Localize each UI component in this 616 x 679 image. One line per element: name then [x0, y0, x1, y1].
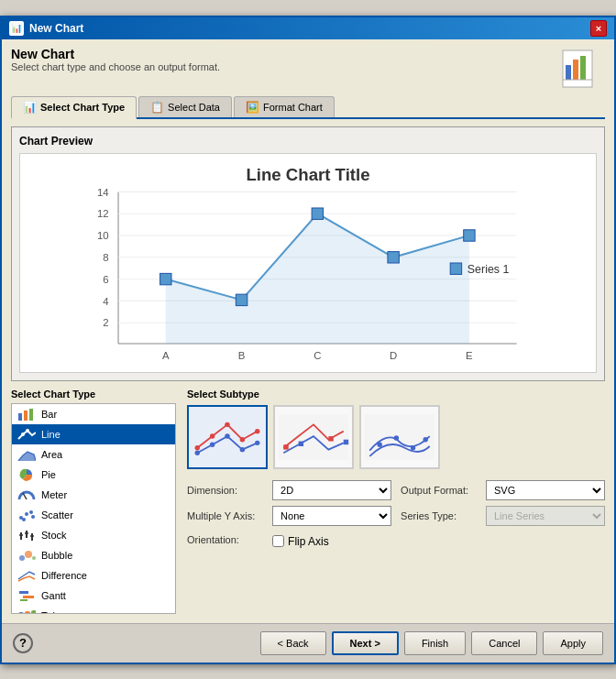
bottom-section: Select Chart Type Bar — [11, 389, 605, 614]
window-icon: 📊 — [9, 21, 24, 36]
page-title: New Chart — [11, 47, 220, 61]
subtype-panel-title: Select Subtype — [187, 389, 605, 400]
tab-icon-data: 📋 — [150, 101, 164, 114]
tab-label-select-data: Select Data — [168, 102, 220, 113]
series-type-select[interactable]: Line Series — [486, 506, 605, 526]
scatter-chart-icon — [17, 508, 36, 522]
subtype-svg-3 — [363, 411, 436, 464]
svg-point-71 — [195, 445, 200, 450]
svg-point-38 — [21, 433, 25, 436]
chart-type-item-tube[interactable]: Tube — [12, 606, 175, 614]
svg-rect-3 — [580, 56, 586, 80]
difference-chart-icon — [17, 568, 36, 583]
header-text: New Chart Select chart type and choose a… — [11, 47, 220, 72]
tab-label-select-chart-type: Select Chart Type — [40, 102, 125, 113]
chart-type-item-gantt[interactable]: Gantt — [12, 586, 175, 606]
next-button[interactable]: Next > — [332, 631, 399, 655]
chart-type-label-area: Area — [41, 449, 62, 460]
chart-type-label-difference: Difference — [41, 570, 87, 581]
bottom-bar-buttons: < Back Next > Finish Cancel Apply — [260, 631, 603, 655]
svg-text:12: 12 — [97, 208, 109, 219]
chart-svg: Line Chart Title 14 12 10 — [20, 154, 596, 372]
svg-point-87 — [377, 442, 381, 446]
chart-type-label-pie: Pie — [41, 469, 56, 480]
chart-type-panel-title: Select Chart Type — [11, 389, 176, 400]
svg-point-59 — [18, 612, 24, 614]
chart-type-item-area[interactable]: Area — [12, 444, 175, 465]
tab-select-data[interactable]: 📋 Select Data — [138, 96, 232, 117]
page-subtitle: Select chart type and choose an output f… — [11, 61, 220, 72]
tab-format-chart[interactable]: 🖼️ Format Chart — [234, 96, 335, 117]
flip-axis-checkbox[interactable] — [272, 535, 284, 547]
chart-type-item-scatter[interactable]: Scatter — [12, 505, 175, 525]
svg-point-46 — [31, 515, 35, 519]
area-chart-icon — [17, 447, 36, 462]
chart-type-item-stock[interactable]: Stock — [12, 525, 175, 545]
svg-text:D: D — [390, 349, 397, 360]
header-section: New Chart Select chart type and choose a… — [11, 47, 605, 91]
output-format-select[interactable]: SVG PNG JPEG — [486, 480, 605, 500]
multiple-y-axis-select[interactable]: None Primary Secondary — [272, 506, 391, 526]
svg-text:14: 14 — [97, 186, 109, 197]
header-icon — [561, 47, 605, 91]
svg-rect-30 — [312, 207, 323, 218]
chart-type-item-meter[interactable]: Meter — [12, 485, 175, 505]
close-button[interactable]: × — [590, 20, 607, 37]
subtype-item-1[interactable] — [187, 405, 268, 469]
svg-text:4: 4 — [103, 295, 108, 306]
svg-point-55 — [32, 556, 36, 560]
help-button[interactable]: ? — [13, 633, 33, 653]
svg-text:2: 2 — [103, 317, 108, 328]
multiple-y-axis-label: Multiple Y Axis: — [187, 510, 263, 521]
chart-container: Line Chart Title 14 12 10 — [19, 153, 597, 373]
svg-rect-57 — [23, 596, 34, 598]
dimension-label: Dimension: — [187, 485, 263, 496]
dimension-select[interactable]: 2D 3D — [272, 480, 391, 500]
svg-point-77 — [210, 442, 214, 446]
svg-text:Series 1: Series 1 — [468, 263, 510, 276]
meter-chart-icon — [17, 487, 36, 502]
svg-line-41 — [23, 493, 27, 499]
svg-point-45 — [29, 510, 33, 514]
svg-point-73 — [225, 422, 229, 426]
chart-type-item-pie[interactable]: Pie — [12, 465, 175, 485]
chart-type-label-bar: Bar — [41, 409, 57, 420]
subtype-grid — [187, 405, 605, 469]
svg-point-90 — [423, 437, 427, 442]
tabs-container: 📊 Select Chart Type 📋 Select Data 🖼️ For… — [11, 96, 605, 119]
back-button[interactable]: < Back — [260, 631, 326, 655]
svg-point-44 — [22, 518, 26, 521]
svg-rect-36 — [24, 411, 28, 421]
pie-chart-icon — [17, 467, 36, 482]
subtype-item-3[interactable] — [359, 405, 440, 469]
chart-type-label-scatter: Scatter — [41, 509, 73, 520]
tab-select-chart-type[interactable]: 📊 Select Chart Type — [11, 96, 137, 119]
svg-text:E: E — [466, 349, 473, 360]
svg-point-61 — [25, 611, 30, 614]
chart-type-item-line[interactable]: Line — [12, 424, 175, 444]
svg-text:C: C — [314, 349, 321, 360]
apply-button[interactable]: Apply — [543, 631, 603, 655]
subtype-item-2[interactable] — [273, 405, 354, 469]
chart-type-panel: Select Chart Type Bar — [11, 389, 176, 614]
svg-text:B: B — [238, 349, 246, 360]
svg-rect-2 — [573, 60, 578, 80]
svg-point-53 — [19, 555, 25, 561]
svg-rect-28 — [160, 273, 171, 284]
right-panel: Select Subtype — [187, 389, 605, 614]
svg-rect-33 — [450, 263, 461, 274]
tab-label-format-chart: Format Chart — [263, 102, 323, 113]
bubble-chart-icon — [17, 548, 36, 563]
finish-button[interactable]: Finish — [404, 631, 466, 655]
svg-rect-82 — [283, 444, 288, 449]
chart-type-item-bubble[interactable]: Bubble — [12, 545, 175, 565]
svg-rect-56 — [19, 591, 28, 594]
svg-point-88 — [394, 435, 399, 440]
chart-type-item-difference[interactable]: Difference — [12, 565, 175, 586]
cancel-button[interactable]: Cancel — [471, 631, 537, 655]
chart-type-label-meter: Meter — [41, 489, 67, 500]
subtype-svg-2 — [277, 411, 350, 464]
chart-type-item-bar[interactable]: Bar — [12, 404, 175, 424]
svg-point-75 — [255, 428, 259, 433]
stock-chart-icon — [17, 528, 36, 542]
